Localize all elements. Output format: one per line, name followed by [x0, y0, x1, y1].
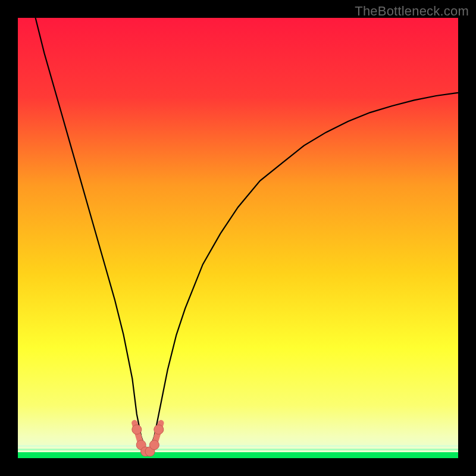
green-band-1 [18, 449, 458, 450]
chart-stage: TheBottleneck.com [0, 0, 476, 476]
minimum-marker-dot [149, 440, 159, 450]
green-band-2 [18, 445, 458, 447]
bottleneck-chart [0, 0, 476, 476]
watermark-text: TheBottleneck.com [355, 4, 469, 19]
plot-background [18, 18, 458, 458]
minimum-marker-dot [132, 425, 142, 434]
minimum-marker-dot [154, 425, 164, 434]
green-baseline-strip [18, 452, 458, 458]
